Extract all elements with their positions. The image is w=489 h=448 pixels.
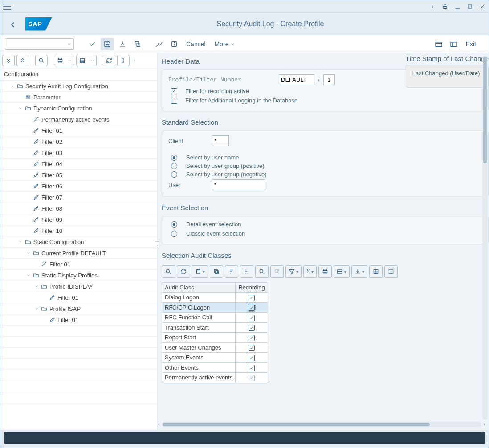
- expander-icon[interactable]: [9, 83, 16, 89]
- tree-node-filter[interactable]: Filter 01: [0, 314, 157, 326]
- audit-table[interactable]: Audit Class Recording Dialog LogonRFC/CP…: [162, 282, 268, 383]
- radio-classic-event[interactable]: [171, 231, 177, 237]
- print-button[interactable]: [54, 55, 66, 66]
- unlock-icon[interactable]: [441, 3, 448, 10]
- accept-button[interactable]: [86, 38, 99, 50]
- print-more-button[interactable]: [66, 55, 74, 66]
- column-button[interactable]: [118, 55, 129, 66]
- recording-cell[interactable]: [236, 302, 268, 313]
- menu-icon[interactable]: [3, 4, 11, 10]
- refresh-button[interactable]: [103, 55, 115, 66]
- minimize-icon[interactable]: [454, 3, 461, 10]
- info-button[interactable]: [167, 38, 181, 50]
- new-window-button[interactable]: [432, 38, 445, 50]
- additional-logging-checkbox[interactable]: [171, 98, 177, 104]
- cancel-button[interactable]: Cancel: [183, 39, 209, 49]
- more-button[interactable]: More: [211, 39, 239, 49]
- details-button[interactable]: [162, 265, 175, 278]
- tree-node-parameter[interactable]: Parameter: [0, 92, 157, 103]
- sort-asc-button[interactable]: [225, 265, 238, 278]
- layout-button[interactable]: [369, 265, 383, 278]
- scroll-left-icon[interactable]: ‹: [158, 422, 159, 427]
- radio-by-user-group-neg[interactable]: [171, 171, 177, 178]
- tree-node-filter[interactable]: Filter 05: [0, 170, 157, 181]
- filter-button[interactable]: ▾: [285, 265, 302, 278]
- expander-icon[interactable]: [17, 239, 24, 245]
- sum-button[interactable]: Σ▾: [303, 265, 317, 278]
- audit-row[interactable]: User Master Changes: [162, 342, 268, 353]
- info-button[interactable]: [384, 265, 398, 278]
- recording-cell[interactable]: [236, 373, 268, 383]
- audit-row[interactable]: RFC Function Call: [162, 313, 268, 323]
- radio-detail-event[interactable]: [171, 221, 177, 228]
- audit-row[interactable]: Other Events: [162, 362, 268, 373]
- export-button[interactable]: [77, 55, 88, 66]
- recording-cell[interactable]: [236, 313, 268, 323]
- recording-cell[interactable]: [236, 362, 268, 373]
- radio-by-user-name[interactable]: [171, 155, 177, 161]
- tree-node-filter[interactable]: Filter 02: [0, 136, 157, 147]
- recording-active-checkbox[interactable]: [171, 88, 177, 94]
- audit-row[interactable]: RFC/CPIC Logon: [162, 302, 268, 313]
- vertical-scrollbar[interactable]: [482, 56, 488, 420]
- recording-checkbox[interactable]: [249, 315, 255, 321]
- tree-node-filter[interactable]: Filter 04: [0, 159, 157, 170]
- scrollbar-thumb[interactable]: [483, 57, 487, 163]
- distribute-button[interactable]: [116, 38, 129, 50]
- audit-row[interactable]: Dialog Logon: [162, 293, 268, 303]
- recording-cell[interactable]: [236, 322, 268, 333]
- refresh-button[interactable]: [177, 265, 190, 278]
- tree-node-dynamic[interactable]: Dynamic Configuration: [0, 103, 157, 114]
- save-button[interactable]: [101, 38, 114, 50]
- layout-button[interactable]: [447, 38, 460, 50]
- copy-button[interactable]: [131, 38, 144, 50]
- maximize-icon[interactable]: [466, 3, 473, 10]
- tree-node-perm-active[interactable]: Permanently active events: [0, 114, 157, 125]
- recording-checkbox[interactable]: [249, 335, 255, 341]
- export-more-button[interactable]: [88, 55, 96, 66]
- tree-node-filter[interactable]: Filter 06: [0, 181, 157, 192]
- tree-node-filter[interactable]: Filter 01: [0, 259, 157, 270]
- tree-node-current-profile[interactable]: Current Profile DEFAULT: [0, 248, 157, 259]
- wand-button[interactable]: [152, 38, 166, 50]
- col-recording[interactable]: Recording: [236, 283, 268, 293]
- audit-row[interactable]: Permanently active events: [162, 373, 268, 383]
- tree-node-filter[interactable]: Filter 08: [0, 203, 157, 214]
- collapse-all-button[interactable]: [17, 55, 29, 66]
- back-button[interactable]: ‹: [7, 18, 19, 30]
- user-input[interactable]: [212, 179, 265, 190]
- tree-node-filter[interactable]: Filter 09: [0, 214, 157, 225]
- tree-node-filter[interactable]: Filter 07: [0, 192, 157, 203]
- radio-by-user-group-pos[interactable]: [171, 163, 177, 169]
- tree-node-static[interactable]: Static Configuration: [0, 236, 157, 248]
- tree-node-profile-display[interactable]: Profile !DISPLAY: [0, 281, 157, 292]
- find-next-button[interactable]: +: [270, 265, 284, 278]
- expand-all-button[interactable]: [3, 55, 14, 66]
- history-back-icon[interactable]: ‹: [429, 3, 436, 10]
- audit-row[interactable]: System Events: [162, 353, 268, 363]
- tree-node-filter[interactable]: Filter 10: [0, 225, 157, 236]
- config-tree[interactable]: Security Audit Log Configuration Paramet…: [0, 81, 157, 430]
- export-button[interactable]: ▾: [351, 265, 367, 278]
- expander-icon[interactable]: [33, 283, 40, 289]
- clipboard-button[interactable]: ▾: [192, 265, 208, 278]
- recording-cell[interactable]: [236, 333, 268, 343]
- recording-checkbox[interactable]: [249, 325, 255, 331]
- client-input[interactable]: [212, 135, 229, 146]
- tree-node-filter[interactable]: Filter 01: [0, 125, 157, 136]
- recording-checkbox[interactable]: [249, 365, 255, 371]
- scroll-right-icon[interactable]: ›: [484, 422, 485, 427]
- column-more-button[interactable]: [131, 55, 138, 66]
- recording-checkbox[interactable]: [249, 345, 255, 351]
- tree-node-sal-config[interactable]: Security Audit Log Configuration: [0, 81, 157, 92]
- recording-cell[interactable]: [236, 353, 268, 363]
- recording-cell[interactable]: [236, 342, 268, 353]
- command-field[interactable]: [5, 38, 74, 50]
- close-icon[interactable]: [479, 3, 486, 10]
- tree-node-filter[interactable]: Filter 01: [0, 292, 157, 303]
- sort-desc-button[interactable]: [240, 265, 253, 278]
- tree-node-static-display[interactable]: Static Display Profiles: [0, 270, 157, 281]
- find-button[interactable]: [36, 55, 47, 66]
- recording-checkbox[interactable]: [249, 355, 255, 361]
- expander-icon[interactable]: [33, 305, 40, 312]
